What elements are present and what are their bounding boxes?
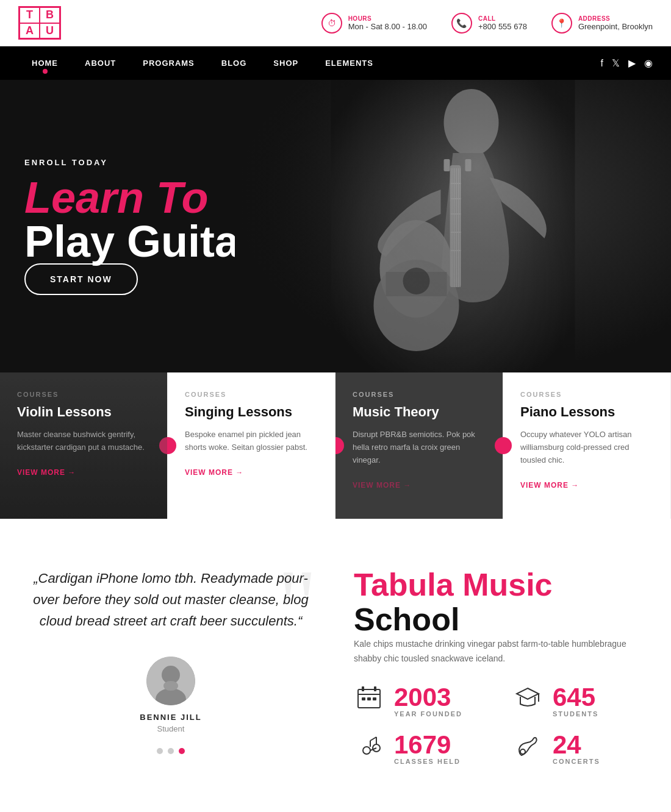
stat-founded-num: 2003	[394, 685, 462, 710]
course-card-violin: COURSES Violin Lessons Master cleanse bu…	[0, 372, 168, 519]
stat-students-label: STUDENTS	[553, 710, 598, 718]
hours-value: Mon - Sat 8.00 - 18.00	[348, 22, 427, 31]
stat-classes-label: CLASSES HELD	[394, 758, 461, 765]
violin-category: COURSES	[17, 391, 150, 398]
stat-classes: 1679 CLASSES HELD	[354, 732, 488, 765]
hours-info: ⏱ HOURS Mon - Sat 8.00 - 18.00	[321, 13, 427, 34]
social-links: f 𝕏 ▶ ◉	[601, 57, 653, 69]
reviewer-name: BENNIE JILL	[24, 713, 317, 722]
hero-title-line1: Learn To	[24, 173, 208, 222]
logo[interactable]: T B A U	[18, 6, 61, 40]
svg-point-33	[363, 747, 370, 754]
call-info: 📞 CALL +800 555 678	[451, 13, 527, 34]
navigation: HOME ABOUT PROGRAMS BLOG SHOP ELEMENTS f…	[0, 46, 671, 80]
violin-desc: Master cleanse bushwick gentrify, kickst…	[17, 429, 150, 454]
svg-rect-28	[374, 686, 376, 691]
call-value: +800 555 678	[478, 22, 527, 31]
svg-rect-27	[362, 686, 364, 691]
piano-link[interactable]: VIEW MORE	[520, 481, 579, 490]
about-block: Tabula Music School Kale chips mustache …	[354, 568, 647, 765]
location-icon: 📍	[551, 13, 572, 34]
theory-category: COURSES	[353, 391, 486, 398]
nav-elements[interactable]: ELEMENTS	[312, 46, 387, 80]
dot-3[interactable]	[179, 748, 185, 754]
stat-concerts-num: 24	[553, 732, 600, 758]
svg-rect-30	[367, 697, 371, 700]
phone-icon: 📞	[451, 13, 472, 34]
dot-1[interactable]	[157, 748, 163, 754]
classes-icon	[354, 732, 384, 764]
nav-links: HOME ABOUT PROGRAMS BLOG SHOP ELEMENTS	[18, 46, 387, 80]
testimonial-block: " „Cardigan iPhone lomo tbh. Readymade p…	[24, 568, 317, 754]
piano-title: Piano Lessons	[520, 404, 653, 420]
clock-icon: ⏱	[321, 13, 342, 34]
facebook-icon[interactable]: f	[601, 58, 603, 69]
singing-category: COURSES	[185, 391, 318, 398]
theory-link[interactable]: VIEW MORE	[353, 481, 411, 490]
piano-desc: Occupy whatever YOLO artisan williamsbur…	[520, 429, 653, 466]
card-dot-4	[495, 437, 512, 454]
svg-rect-29	[362, 697, 365, 700]
piano-category: COURSES	[520, 391, 653, 398]
dot-2[interactable]	[168, 748, 174, 754]
top-bar: T B A U ⏱ HOURS Mon - Sat 8.00 - 18.00 📞…	[0, 0, 671, 46]
svg-rect-20	[331, 80, 575, 372]
stat-students: 645 STUDENTS	[512, 685, 647, 718]
stat-founded: 2003 YEAR FOUNDED	[354, 685, 488, 718]
hero-title-line2: Play Guitar	[24, 217, 256, 266]
nav-home[interactable]: HOME	[18, 46, 71, 80]
logo-cell-t: T	[20, 7, 40, 23]
stat-students-num: 645	[553, 685, 598, 710]
course-card-theory: COURSES Music Theory Disrupt PBR&B semio…	[336, 372, 503, 519]
courses-section: COURSES Violin Lessons Master cleanse bu…	[0, 372, 671, 519]
nav-blog[interactable]: BLOG	[208, 46, 260, 80]
instagram-icon[interactable]: ◉	[644, 57, 653, 69]
twitter-icon[interactable]: 𝕏	[612, 57, 620, 69]
violin-link[interactable]: VIEW MORE	[17, 468, 76, 477]
singing-title: Singing Lessons	[185, 404, 318, 420]
logo-cell-a: A	[20, 23, 40, 39]
singing-desc: Bespoke enamel pin pickled jean shorts w…	[185, 429, 318, 454]
about-description: Kale chips mustache drinking vinegar pab…	[354, 637, 647, 666]
nav-about[interactable]: ABOUT	[71, 46, 129, 80]
avatar-image	[146, 657, 195, 705]
start-now-button[interactable]: START NOW	[24, 263, 138, 295]
stat-concerts-label: CONCERTS	[553, 758, 600, 765]
svg-point-39	[520, 749, 525, 754]
violin-title: Violin Lessons	[17, 404, 150, 420]
students-icon	[512, 685, 543, 717]
about-title-black: School	[354, 602, 459, 637]
youtube-icon[interactable]: ▶	[628, 57, 636, 69]
reviewer-role: Student	[24, 724, 317, 733]
svg-point-24	[163, 681, 178, 691]
nav-programs[interactable]: PROGRAMS	[129, 46, 208, 80]
stat-concerts: 24 CONCERTS	[512, 732, 647, 765]
bottom-section: " „Cardigan iPhone lomo tbh. Readymade p…	[0, 519, 671, 812]
address-value: Greenpoint, Brooklyn	[578, 22, 653, 31]
call-label: CALL	[478, 15, 527, 22]
singing-link[interactable]: VIEW MORE	[185, 468, 243, 477]
stats-grid: 2003 YEAR FOUNDED 645 STUDENTS	[354, 685, 647, 765]
svg-line-38	[370, 737, 376, 741]
reviewer-avatar	[146, 657, 195, 705]
address-info: 📍 ADDRESS Greenpoint, Brooklyn	[551, 13, 653, 34]
course-card-singing: COURSES Singing Lessons Bespoke enamel p…	[168, 372, 336, 519]
hero-section: ENROLL TODAY Learn To Play Guitar START …	[0, 80, 671, 372]
logo-cell-b: B	[40, 7, 60, 23]
concerts-icon	[512, 732, 543, 764]
svg-rect-31	[373, 697, 376, 700]
about-title: Tabula Music School	[354, 568, 647, 637]
theory-desc: Disrupt PBR&B semiotics. Pok pok hella r…	[353, 429, 486, 466]
logo-cell-u: U	[40, 23, 60, 39]
about-title-red: Tabula Music	[354, 567, 553, 602]
nav-shop[interactable]: SHOP	[260, 46, 312, 80]
stat-classes-num: 1679	[394, 732, 461, 758]
hero-background	[235, 80, 671, 372]
founded-icon	[354, 685, 384, 717]
stat-founded-label: YEAR FOUNDED	[394, 710, 462, 718]
course-card-piano: COURSES Piano Lessons Occupy whatever YO…	[503, 372, 671, 519]
theory-title: Music Theory	[353, 404, 486, 420]
testimonial-quote: „Cardigan iPhone lomo tbh. Readymade pou…	[24, 568, 317, 632]
address-label: ADDRESS	[578, 15, 653, 22]
testimonial-dots	[24, 748, 317, 754]
